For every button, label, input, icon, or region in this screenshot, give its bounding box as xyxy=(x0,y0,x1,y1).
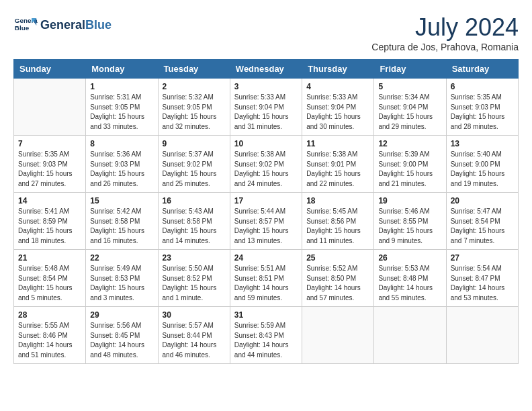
day-info: Sunrise: 5:53 AM Sunset: 8:48 PM Dayligh… xyxy=(378,264,441,303)
weekday-header-saturday: Saturday xyxy=(446,60,518,79)
calendar-cell xyxy=(302,307,374,364)
calendar-cell: 24Sunrise: 5:51 AM Sunset: 8:51 PM Dayli… xyxy=(230,250,302,307)
day-number: 22 xyxy=(90,253,153,263)
day-info: Sunrise: 5:52 AM Sunset: 8:50 PM Dayligh… xyxy=(306,264,369,303)
calendar-cell: 28Sunrise: 5:55 AM Sunset: 8:46 PM Dayli… xyxy=(14,307,86,364)
calendar-cell: 8Sunrise: 5:36 AM Sunset: 9:03 PM Daylig… xyxy=(86,136,158,193)
day-number: 31 xyxy=(234,310,298,320)
calendar-cell: 13Sunrise: 5:40 AM Sunset: 9:00 PM Dayli… xyxy=(446,136,518,193)
calendar-week-row: 21Sunrise: 5:48 AM Sunset: 8:54 PM Dayli… xyxy=(14,250,519,307)
weekday-header-thursday: Thursday xyxy=(302,60,374,79)
day-number: 12 xyxy=(378,139,441,148)
day-number: 11 xyxy=(306,139,369,148)
calendar-cell: 20Sunrise: 5:47 AM Sunset: 8:54 PM Dayli… xyxy=(446,193,518,250)
day-info: Sunrise: 5:39 AM Sunset: 9:00 PM Dayligh… xyxy=(378,150,441,189)
day-info: Sunrise: 5:56 AM Sunset: 8:45 PM Dayligh… xyxy=(90,321,153,360)
logo: General Blue GeneralBlue xyxy=(13,13,112,38)
day-number: 1 xyxy=(90,82,153,91)
day-number: 27 xyxy=(451,253,514,263)
day-info: Sunrise: 5:47 AM Sunset: 8:54 PM Dayligh… xyxy=(451,207,514,246)
page-header: General Blue GeneralBlue July 2024 Ceptu… xyxy=(13,13,519,52)
day-number: 24 xyxy=(234,253,298,263)
day-number: 25 xyxy=(306,253,369,263)
calendar-cell: 29Sunrise: 5:56 AM Sunset: 8:45 PM Dayli… xyxy=(86,307,158,364)
calendar-cell: 22Sunrise: 5:49 AM Sunset: 8:53 PM Dayli… xyxy=(86,250,158,307)
day-info: Sunrise: 5:38 AM Sunset: 9:02 PM Dayligh… xyxy=(234,150,298,189)
calendar-cell: 14Sunrise: 5:41 AM Sunset: 8:59 PM Dayli… xyxy=(14,193,86,250)
day-info: Sunrise: 5:38 AM Sunset: 9:01 PM Dayligh… xyxy=(306,150,369,189)
weekday-header-sunday: Sunday xyxy=(14,60,86,79)
calendar-cell xyxy=(14,79,86,136)
svg-text:Blue: Blue xyxy=(15,24,30,32)
calendar-cell: 17Sunrise: 5:44 AM Sunset: 8:57 PM Dayli… xyxy=(230,193,302,250)
day-number: 30 xyxy=(163,310,226,320)
day-info: Sunrise: 5:48 AM Sunset: 8:54 PM Dayligh… xyxy=(18,264,81,303)
calendar-cell: 10Sunrise: 5:38 AM Sunset: 9:02 PM Dayli… xyxy=(230,136,302,193)
day-info: Sunrise: 5:37 AM Sunset: 9:02 PM Dayligh… xyxy=(163,150,226,189)
day-number: 13 xyxy=(451,139,514,148)
calendar-cell: 9Sunrise: 5:37 AM Sunset: 9:02 PM Daylig… xyxy=(158,136,230,193)
calendar-cell: 7Sunrise: 5:35 AM Sunset: 9:03 PM Daylig… xyxy=(14,136,86,193)
day-number: 28 xyxy=(18,310,81,320)
day-info: Sunrise: 5:35 AM Sunset: 9:03 PM Dayligh… xyxy=(451,93,514,132)
calendar-cell: 12Sunrise: 5:39 AM Sunset: 9:00 PM Dayli… xyxy=(374,136,446,193)
calendar-cell: 6Sunrise: 5:35 AM Sunset: 9:03 PM Daylig… xyxy=(446,79,518,136)
day-number: 29 xyxy=(90,310,153,320)
calendar-week-row: 14Sunrise: 5:41 AM Sunset: 8:59 PM Dayli… xyxy=(14,193,519,250)
calendar-week-row: 28Sunrise: 5:55 AM Sunset: 8:46 PM Dayli… xyxy=(14,307,519,364)
calendar-cell: 25Sunrise: 5:52 AM Sunset: 8:50 PM Dayli… xyxy=(302,250,374,307)
day-info: Sunrise: 5:45 AM Sunset: 8:56 PM Dayligh… xyxy=(306,207,369,246)
weekday-header-wednesday: Wednesday xyxy=(230,60,302,79)
day-info: Sunrise: 5:43 AM Sunset: 8:58 PM Dayligh… xyxy=(163,207,226,246)
calendar-cell: 3Sunrise: 5:33 AM Sunset: 9:04 PM Daylig… xyxy=(230,79,302,136)
day-info: Sunrise: 5:35 AM Sunset: 9:03 PM Dayligh… xyxy=(18,150,81,189)
day-info: Sunrise: 5:33 AM Sunset: 9:04 PM Dayligh… xyxy=(234,93,298,132)
day-number: 20 xyxy=(451,196,514,205)
day-info: Sunrise: 5:32 AM Sunset: 9:05 PM Dayligh… xyxy=(163,93,226,132)
calendar-cell: 19Sunrise: 5:46 AM Sunset: 8:55 PM Dayli… xyxy=(374,193,446,250)
calendar-cell: 18Sunrise: 5:45 AM Sunset: 8:56 PM Dayli… xyxy=(302,193,374,250)
calendar-cell: 21Sunrise: 5:48 AM Sunset: 8:54 PM Dayli… xyxy=(14,250,86,307)
weekday-header-friday: Friday xyxy=(374,60,446,79)
title-block: July 2024 Ceptura de Jos, Prahova, Roman… xyxy=(371,13,519,52)
day-number: 10 xyxy=(234,139,298,148)
calendar-week-row: 1Sunrise: 5:31 AM Sunset: 9:05 PM Daylig… xyxy=(14,79,519,136)
calendar-cell: 15Sunrise: 5:42 AM Sunset: 8:58 PM Dayli… xyxy=(86,193,158,250)
day-number: 17 xyxy=(234,196,298,205)
day-info: Sunrise: 5:54 AM Sunset: 8:47 PM Dayligh… xyxy=(451,264,514,303)
day-number: 4 xyxy=(306,82,369,91)
month-year-title: July 2024 xyxy=(371,13,519,42)
calendar-cell: 23Sunrise: 5:50 AM Sunset: 8:52 PM Dayli… xyxy=(158,250,230,307)
calendar-cell: 26Sunrise: 5:53 AM Sunset: 8:48 PM Dayli… xyxy=(374,250,446,307)
day-info: Sunrise: 5:36 AM Sunset: 9:03 PM Dayligh… xyxy=(90,150,153,189)
calendar-week-row: 7Sunrise: 5:35 AM Sunset: 9:03 PM Daylig… xyxy=(14,136,519,193)
day-number: 26 xyxy=(378,253,441,263)
calendar-cell: 30Sunrise: 5:57 AM Sunset: 8:44 PM Dayli… xyxy=(158,307,230,364)
calendar-cell: 11Sunrise: 5:38 AM Sunset: 9:01 PM Dayli… xyxy=(302,136,374,193)
day-number: 2 xyxy=(163,82,226,91)
calendar-cell xyxy=(374,307,446,364)
day-number: 3 xyxy=(234,82,298,91)
day-number: 8 xyxy=(90,139,153,148)
day-number: 16 xyxy=(163,196,226,205)
day-info: Sunrise: 5:40 AM Sunset: 9:00 PM Dayligh… xyxy=(451,150,514,189)
day-info: Sunrise: 5:41 AM Sunset: 8:59 PM Dayligh… xyxy=(18,207,81,246)
calendar-cell: 27Sunrise: 5:54 AM Sunset: 8:47 PM Dayli… xyxy=(446,250,518,307)
calendar-cell: 1Sunrise: 5:31 AM Sunset: 9:05 PM Daylig… xyxy=(86,79,158,136)
day-info: Sunrise: 5:46 AM Sunset: 8:55 PM Dayligh… xyxy=(378,207,441,246)
calendar-cell: 5Sunrise: 5:34 AM Sunset: 9:04 PM Daylig… xyxy=(374,79,446,136)
day-info: Sunrise: 5:59 AM Sunset: 8:43 PM Dayligh… xyxy=(234,321,298,360)
day-info: Sunrise: 5:57 AM Sunset: 8:44 PM Dayligh… xyxy=(163,321,226,360)
day-number: 18 xyxy=(306,196,369,205)
calendar-cell: 2Sunrise: 5:32 AM Sunset: 9:05 PM Daylig… xyxy=(158,79,230,136)
day-number: 14 xyxy=(18,196,81,205)
day-info: Sunrise: 5:51 AM Sunset: 8:51 PM Dayligh… xyxy=(234,264,298,303)
weekday-header-row: SundayMondayTuesdayWednesdayThursdayFrid… xyxy=(14,60,519,79)
location-subtitle: Ceptura de Jos, Prahova, Romania xyxy=(371,42,519,52)
day-number: 9 xyxy=(163,139,226,148)
day-info: Sunrise: 5:34 AM Sunset: 9:04 PM Dayligh… xyxy=(378,93,441,132)
weekday-header-tuesday: Tuesday xyxy=(158,60,230,79)
day-info: Sunrise: 5:50 AM Sunset: 8:52 PM Dayligh… xyxy=(163,264,226,303)
day-number: 7 xyxy=(18,139,81,148)
day-info: Sunrise: 5:42 AM Sunset: 8:58 PM Dayligh… xyxy=(90,207,153,246)
